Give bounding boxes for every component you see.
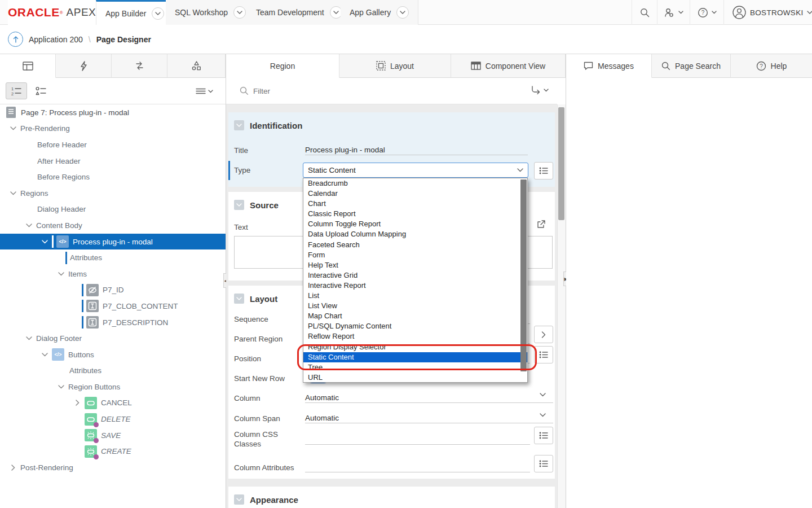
- filter-input[interactable]: [253, 84, 467, 98]
- tree-item-cancel[interactable]: CANCEL: [0, 395, 226, 411]
- dropdown-option-list[interactable]: List: [303, 291, 527, 301]
- tree-item-before-header[interactable]: Before Header: [0, 137, 226, 153]
- chevron-down-icon[interactable]: [540, 393, 546, 397]
- left-tab-processing[interactable]: [112, 54, 167, 78]
- tree-item-dialog-footer[interactable]: Dialog Footer: [0, 330, 226, 347]
- jump-menu-button[interactable]: [531, 86, 549, 94]
- nav-tab-app-builder[interactable]: App Builder: [96, 0, 174, 25]
- oracle-apex-logo[interactable]: ORACLE ® APEX: [8, 0, 102, 25]
- left-tab-shared-components[interactable]: [167, 54, 226, 78]
- chevron-down-icon[interactable]: [233, 6, 246, 19]
- tree-item-create[interactable]: CREATE: [0, 443, 226, 459]
- center-tab-layout[interactable]: Layout: [339, 54, 451, 78]
- ordered-list-view-button[interactable]: 12: [6, 82, 27, 99]
- column-attributes-quickpick-button[interactable]: [534, 455, 553, 472]
- chevron-down-icon[interactable]: [25, 335, 33, 343]
- tree-item-pre-rendering[interactable]: Pre-Rendering: [0, 121, 226, 137]
- tree-item-p7-id[interactable]: P7_ID: [0, 282, 226, 299]
- chevron-down-icon[interactable]: [396, 6, 409, 19]
- chevron-down-icon[interactable]: [57, 270, 65, 278]
- component-view-list-button[interactable]: [30, 82, 52, 99]
- tree-item-p7-description[interactable]: P7_DESCRIPTION: [0, 314, 226, 331]
- nav-tab-app-gallery[interactable]: App Gallery: [341, 0, 418, 25]
- tree-item-after-header[interactable]: After Header: [0, 153, 226, 169]
- global-search-button[interactable]: [632, 0, 657, 25]
- tree-menu-button[interactable]: [191, 82, 218, 100]
- chevron-down-icon[interactable]: [25, 221, 33, 229]
- right-tab-help[interactable]: ? Help: [731, 54, 812, 78]
- nav-tab-team-development[interactable]: Team Development: [247, 0, 352, 25]
- left-tab-dynamic-actions[interactable]: [56, 54, 112, 78]
- dropdown-option-column-toggle-report[interactable]: Column Toggle Report: [303, 219, 527, 229]
- tree-item-page-7-process-plug-in-modal[interactable]: Page 7: Process plug-in - modal: [0, 104, 226, 121]
- dropdown-option-interactive-report[interactable]: Interactive Report: [303, 281, 527, 291]
- center-tab-region[interactable]: Region: [226, 54, 339, 78]
- dropdown-option-url[interactable]: URL: [303, 373, 527, 383]
- chevron-down-icon[interactable]: [57, 383, 65, 391]
- tree-item-delete[interactable]: DELETE: [0, 411, 226, 427]
- dropdown-option-static-content[interactable]: Static Content: [303, 352, 527, 362]
- column-css-input[interactable]: [305, 431, 530, 445]
- dropdown-option-chart[interactable]: Chart: [303, 199, 527, 209]
- dropdown-option-pl-sql-dynamic-content[interactable]: PL/SQL Dynamic Content: [303, 321, 527, 331]
- position-quickpick-button[interactable]: [534, 346, 553, 364]
- type-quickpick-button[interactable]: [534, 162, 553, 179]
- property-editor-scrollbar-thumb[interactable]: [558, 107, 564, 220]
- type-select[interactable]: Static Content: [303, 163, 528, 178]
- tree-item-attributes[interactable]: Attributes: [0, 249, 226, 266]
- chevron-right-icon[interactable]: [73, 399, 81, 407]
- tree-item-buttons[interactable]: </>Buttons: [0, 347, 226, 363]
- column-css-quickpick-button[interactable]: [534, 427, 553, 444]
- chevron-right-icon[interactable]: [9, 463, 17, 471]
- tree-item-save[interactable]: SAVE: [0, 427, 226, 444]
- chevron-down-icon[interactable]: [9, 189, 17, 197]
- tree-item-before-regions[interactable]: Before Regions: [0, 169, 226, 185]
- tree-item-items[interactable]: Items: [0, 266, 226, 282]
- dropdown-option-data-upload-column-mapping[interactable]: Data Upload Column Mapping: [303, 229, 527, 239]
- dropdown-option-classic-report[interactable]: Classic Report: [303, 209, 527, 219]
- right-tab-messages[interactable]: Messages: [566, 54, 652, 78]
- user-menu-button[interactable]: BOSTROWSKI: [723, 0, 812, 25]
- tree-item-regions[interactable]: Regions: [0, 185, 226, 202]
- collapse-icon[interactable]: [234, 294, 244, 304]
- dropdown-option-reflow-report[interactable]: Reflow Report: [303, 331, 527, 341]
- left-tab-rendering[interactable]: [0, 54, 56, 78]
- tree-item-post-rendering[interactable]: Post-Rendering: [0, 459, 226, 476]
- nav-tab-sql-workshop[interactable]: SQL Workshop: [166, 0, 255, 25]
- dropdown-option-interactive-grid[interactable]: Interactive Grid: [303, 270, 527, 281]
- right-tab-page-search[interactable]: Page Search: [652, 54, 731, 78]
- dropdown-option-region-display-selector[interactable]: Region Display Selector: [303, 342, 527, 352]
- dropdown-option-map-chart[interactable]: Map Chart: [303, 311, 527, 321]
- dropdown-option-help-text[interactable]: Help Text: [303, 260, 527, 270]
- dropdown-option-form[interactable]: Form: [303, 250, 527, 260]
- chevron-down-icon[interactable]: [41, 351, 48, 358]
- up-level-icon[interactable]: [8, 32, 23, 47]
- tree-item-p7-clob-content[interactable]: P7_CLOB_CONTENT: [0, 298, 226, 314]
- dropdown-scrollbar[interactable]: [520, 179, 527, 371]
- tree-item-region-buttons[interactable]: Region Buttons: [0, 379, 226, 395]
- column-attributes-input[interactable]: [305, 459, 530, 472]
- dropdown-option-breadcrumb[interactable]: Breadcrumb: [303, 178, 527, 189]
- tree-item-attributes[interactable]: Attributes: [0, 363, 226, 379]
- dropdown-option-faceted-search[interactable]: Faceted Search: [303, 240, 527, 250]
- collapse-icon[interactable]: [234, 120, 244, 130]
- dropdown-option-list-view[interactable]: List View: [303, 301, 527, 311]
- collapse-icon[interactable]: [234, 200, 244, 210]
- administration-menu-button[interactable]: [657, 0, 690, 25]
- chevron-down-icon[interactable]: [9, 125, 17, 133]
- chevron-down-icon[interactable]: [41, 238, 48, 246]
- focused-field-indicator: [228, 161, 230, 180]
- chevron-down-icon[interactable]: [540, 413, 546, 417]
- tree-item-process-plug-in-modal[interactable]: </>Process plug-in - modal: [0, 234, 226, 250]
- breadcrumb-application[interactable]: Application 200: [29, 35, 83, 44]
- help-menu-button[interactable]: ?: [690, 0, 723, 25]
- dropdown-option-tree[interactable]: Tree: [303, 362, 527, 373]
- tree-item-content-body[interactable]: Content Body: [0, 217, 226, 234]
- tree-item-dialog-header[interactable]: Dialog Header: [0, 202, 226, 218]
- center-tab-component-view[interactable]: Component View: [451, 54, 566, 78]
- open-editor-icon[interactable]: [536, 219, 546, 229]
- dropdown-option-calendar[interactable]: Calendar: [303, 189, 527, 199]
- parent-region-picker-button[interactable]: [534, 326, 553, 343]
- chevron-down-icon[interactable]: [152, 7, 164, 20]
- collapse-icon[interactable]: [234, 494, 244, 505]
